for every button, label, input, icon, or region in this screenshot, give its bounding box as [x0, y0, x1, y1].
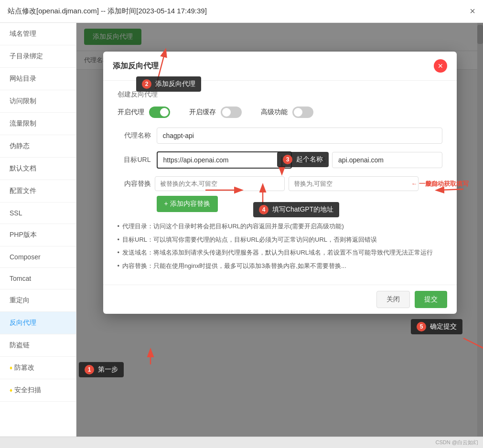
replace-to-input[interactable] [289, 176, 419, 191]
note-item-2: • 目标URL：可以填写你需要代理的站点，目标URL必须为可正常访问的URL，否… [118, 235, 442, 245]
proxy-name-row: 代理名称 [118, 128, 442, 144]
modal: 添加反向代理 ✕ 创建反向代理 开启代理 [103, 52, 457, 314]
sidebar-item-flow-limit[interactable]: 流量限制 [0, 113, 76, 135]
body-layout: 域名管理 子目录绑定 网站目录 访问限制 流量限制 伪静态 默认文档 配置文件 … [0, 23, 483, 437]
note-item-1: • 代理目录：访问这个目录时将会把目标URL的内容返回并显示(需要开启高级功能) [118, 222, 442, 231]
add-content-replace-button[interactable]: + 添加内容替换 [157, 196, 218, 212]
modal-header: 添加反向代理 ✕ [103, 52, 457, 81]
target-url-row: 目标URL 发送域名 [118, 151, 442, 169]
target-url-input[interactable] [157, 151, 292, 169]
sidebar-item-ssl[interactable]: SSL [0, 203, 76, 224]
sidebar-item-hotlink-protect[interactable]: 防盗链 [0, 334, 76, 357]
toggles-row: 开启代理 开启缓存 [118, 107, 442, 118]
note-text-2: 目标URL：可以填写你需要代理的站点，目标URL必须为可正常访问的URL，否则将… [122, 235, 377, 245]
sidebar: 域名管理 子目录绑定 网站目录 访问限制 流量限制 伪静态 默认文档 配置文件 … [0, 23, 76, 437]
sidebar-item-php-version[interactable]: PHP版本 [0, 224, 76, 246]
sidebar-item-redirect[interactable]: 重定向 [0, 289, 76, 312]
window-close-button[interactable]: × [470, 6, 475, 17]
proxy-name-input[interactable] [157, 128, 442, 144]
modal-body: 创建反向代理 开启代理 [103, 81, 457, 285]
modal-title: 添加反向代理 [113, 61, 159, 71]
enable-cache-toggle-group: 开启缓存 [189, 107, 242, 118]
status-bar: CSDN @白云如幻 [0, 437, 483, 448]
enable-proxy-label: 开启代理 [118, 108, 144, 117]
note-text-4: 内容替换：只能在使用nginx时提供，最多可以添加3条替换内容,如果不需要替换.… [122, 261, 346, 271]
sidebar-item-security-scan[interactable]: ♦ 安全扫描 [0, 379, 76, 402]
sidebar-item-access-limit[interactable]: 访问限制 [0, 90, 76, 113]
close-button[interactable]: 关闭 [376, 291, 410, 308]
send-domain-label: 发送域名 [298, 156, 326, 164]
sidebar-item-reverse-proxy[interactable]: 反向代理 [0, 312, 76, 334]
note-text-3: 发送域名：将域名添加到请求头传递到代理服务器，默认为目标URL域名，若设置不当可… [122, 248, 433, 257]
modal-close-button[interactable]: ✕ [434, 59, 447, 73]
note-item-4: • 内容替换：只能在使用nginx时提供，最多可以添加3条替换内容,如果不需要替… [118, 261, 442, 271]
title-bar: 站点修改[openai.djman.com] -- 添加时间[2023-05-1… [0, 0, 483, 23]
advanced-label: 高级功能 [261, 108, 288, 117]
submit-button[interactable]: 提交 [415, 291, 447, 308]
sidebar-item-default-doc[interactable]: 默认文档 [0, 158, 76, 180]
send-domain-input[interactable] [332, 152, 442, 168]
sidebar-item-tomcat[interactable]: Tomcat [0, 268, 76, 289]
sidebar-item-security-scan-label: 安全扫描 [14, 386, 41, 395]
content-replace-label: 内容替换 [118, 180, 151, 188]
window-title: 站点修改[openai.djman.com] -- 添加时间[2023-05-1… [8, 7, 207, 16]
target-url-label: 目标URL [118, 156, 151, 164]
enable-proxy-toggle[interactable] [149, 107, 170, 118]
note-item-3: • 发送域名：将域名添加到请求头传递到代理服务器，默认为目标URL域名，若设置不… [118, 248, 442, 257]
sidebar-item-composer[interactable]: Composer [0, 246, 76, 268]
advanced-toggle[interactable] [292, 107, 313, 118]
main-content: 添加反向代理 代理名称 代理目录 目标url 缓存 状态 操作 添 [76, 23, 483, 437]
sidebar-item-subdir-bind[interactable]: 子目录绑定 [0, 45, 76, 68]
main-window: 站点修改[openai.djman.com] -- 添加时间[2023-05-1… [0, 0, 483, 448]
replace-from-input[interactable] [155, 176, 285, 191]
diamond-icon-1: ♦ [10, 364, 12, 371]
sidebar-item-domain-mgmt[interactable]: 域名管理 [0, 23, 76, 45]
sidebar-item-pseudo-static[interactable]: 伪静态 [0, 135, 76, 158]
diamond-icon-2: ♦ [10, 387, 12, 394]
note-text-1: 代理目录：访问这个目录时将会把目标URL的内容返回并显示(需要开启高级功能) [122, 222, 344, 231]
enable-cache-toggle[interactable] [221, 107, 242, 118]
enable-proxy-toggle-group: 开启代理 [118, 107, 170, 118]
modal-overlay: 添加反向代理 ✕ 创建反向代理 开启代理 [76, 23, 483, 437]
modal-footer: 关闭 提交 [103, 285, 457, 314]
status-bar-text: CSDN @白云如幻 [436, 439, 478, 446]
sidebar-item-site-dir[interactable]: 网站目录 [0, 68, 76, 90]
modal-sub-title: 创建反向代理 [118, 90, 442, 99]
content-replace-row: 内容替换 删除 [118, 176, 442, 191]
notes-section: • 代理目录：访问这个目录时将会把目标URL的内容返回并显示(需要开启高级功能)… [118, 222, 442, 270]
delete-replace-button[interactable]: 删除 [422, 178, 442, 190]
sidebar-item-config-file[interactable]: 配置文件 [0, 180, 76, 203]
advanced-toggle-group: 高级功能 [261, 107, 313, 118]
enable-cache-label: 开启缓存 [189, 108, 216, 117]
sidebar-item-anti-tamper-label: 防篡改 [14, 363, 34, 372]
sidebar-item-anti-tamper[interactable]: ♦ 防篡改 [0, 357, 76, 379]
proxy-name-label: 代理名称 [118, 131, 151, 140]
